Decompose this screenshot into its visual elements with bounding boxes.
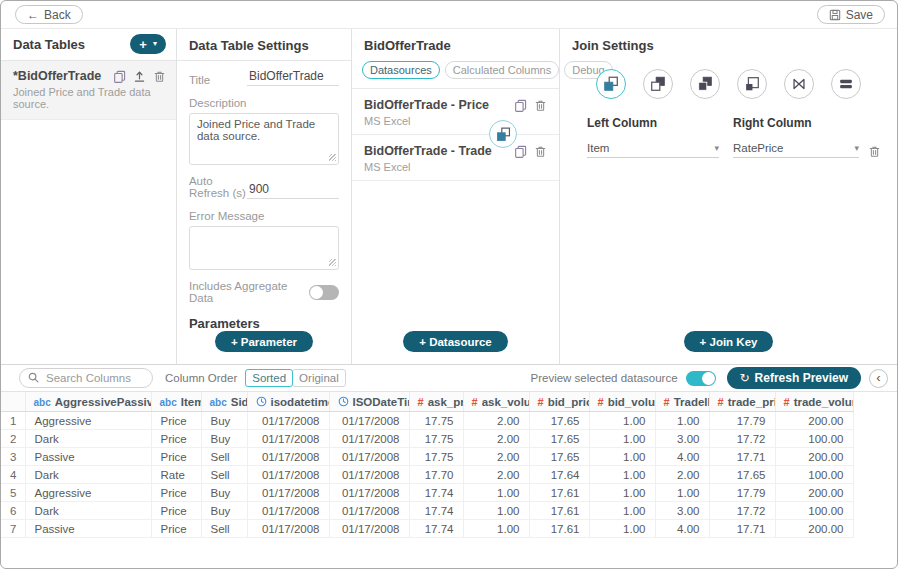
add-data-table-button[interactable]: + ▾ xyxy=(130,34,166,54)
copy-icon[interactable] xyxy=(514,145,527,158)
search-icon xyxy=(28,369,39,387)
title-field[interactable] xyxy=(247,69,339,86)
table-cell: 1.00 xyxy=(589,520,655,538)
toggle-knob xyxy=(310,286,323,299)
table-cell: Dark xyxy=(25,430,151,448)
table-cell: 2.00 xyxy=(463,448,529,466)
search-columns-input[interactable] xyxy=(44,371,144,385)
column-header-label: ISODateTime xyxy=(353,396,410,408)
tab-datasources[interactable]: Datasources xyxy=(362,61,440,79)
back-button[interactable]: ← Back xyxy=(15,5,83,24)
join-datasources-button[interactable] xyxy=(489,120,517,148)
datetime-type-icon xyxy=(256,396,267,408)
column-header: isodatetime xyxy=(247,392,329,412)
refresh-preview-button[interactable]: ↻ Refresh Preview xyxy=(727,367,861,389)
aggregate-data-toggle[interactable] xyxy=(309,285,339,300)
table-cell: 17.61 xyxy=(529,484,589,502)
copy-icon[interactable] xyxy=(514,99,527,112)
table-cell: 01/17/2008 xyxy=(329,520,409,538)
join-right-icon[interactable] xyxy=(643,69,673,99)
save-button-label: Save xyxy=(846,8,873,22)
table-cell: 01/17/2008 xyxy=(247,466,329,484)
datasource-item-type: MS Excel xyxy=(364,161,547,173)
table-cell: Price xyxy=(151,448,201,466)
table-cell: Buy xyxy=(201,430,247,448)
table-cell: 17.79 xyxy=(709,412,775,430)
table-cell: Buy xyxy=(201,484,247,502)
search-columns-box[interactable] xyxy=(19,368,153,388)
table-cell: Price xyxy=(151,502,201,520)
auto-refresh-field[interactable] xyxy=(247,182,339,199)
numeric-type-icon: # xyxy=(784,396,790,408)
add-datasource-button[interactable]: + Datasource xyxy=(403,331,508,352)
error-message-field[interactable] xyxy=(189,226,339,270)
right-column-select[interactable]: RatePrice ▾ xyxy=(733,142,859,158)
table-cell: Aggressive xyxy=(25,484,151,502)
table-row: 6DarkPriceBuy01/17/200801/17/200817.741.… xyxy=(1,502,853,520)
table-cell: Price xyxy=(151,430,201,448)
join-settings-title: Join Settings xyxy=(560,29,897,60)
table-cell: Dark xyxy=(25,502,151,520)
trash-icon[interactable] xyxy=(534,145,547,158)
join-inner-icon[interactable] xyxy=(737,69,767,99)
datasource-divider xyxy=(352,134,559,135)
column-header-label: bid_volume xyxy=(608,396,655,408)
chevron-down-icon: ▾ xyxy=(153,40,157,48)
table-cell: 1.00 xyxy=(463,520,529,538)
auto-refresh-label: Auto Refresh (s) xyxy=(189,175,247,199)
join-union-icon[interactable] xyxy=(831,69,861,99)
join-left-icon[interactable] xyxy=(596,69,626,99)
left-column-value: Item xyxy=(587,142,609,154)
datasource-item-name: BidOfferTrade - Trade xyxy=(364,144,492,158)
join-cross-icon[interactable] xyxy=(784,69,814,99)
table-row: 4DarkRateSell01/17/200801/17/200817.702.… xyxy=(1,466,853,484)
table-cell: 01/17/2008 xyxy=(329,412,409,430)
order-original-button[interactable]: Original xyxy=(292,369,346,387)
join-full-outer-icon[interactable] xyxy=(690,69,720,99)
table-cell: 1.00 xyxy=(589,502,655,520)
column-header: #ask_volume xyxy=(463,392,529,412)
row-number-cell: 2 xyxy=(1,430,25,448)
table-header-row: abcAggressivePassiveDarkabcItemabcSideis… xyxy=(1,392,853,412)
upload-icon[interactable] xyxy=(133,70,146,83)
title-field-label: Title xyxy=(189,74,210,86)
column-header-label: Side xyxy=(231,396,247,408)
add-parameter-button[interactable]: + Parameter xyxy=(215,331,313,352)
datetime-type-icon xyxy=(338,396,349,408)
row-number-cell: 3 xyxy=(1,448,25,466)
trash-icon[interactable] xyxy=(534,99,547,112)
table-cell: 2.00 xyxy=(463,412,529,430)
tab-calculated-columns[interactable]: Calculated Columns xyxy=(445,61,559,79)
table-cell: 17.65 xyxy=(529,412,589,430)
table-row: 3PassivePriceSell01/17/200801/17/200817.… xyxy=(1,448,853,466)
preview-toolbar: Column Order Sorted Original Preview sel… xyxy=(1,365,897,392)
table-cell: 2.00 xyxy=(463,430,529,448)
copy-icon[interactable] xyxy=(113,70,126,83)
column-header-label: bid_price xyxy=(548,396,589,408)
table-cell: 17.65 xyxy=(709,466,775,484)
resize-handle-icon[interactable] xyxy=(329,259,336,266)
table-cell: 4.00 xyxy=(655,448,709,466)
column-header-label: Item xyxy=(181,396,201,408)
description-field[interactable]: Joined Price and Trade data source. xyxy=(189,113,339,165)
numeric-type-icon: # xyxy=(598,396,604,408)
left-column-select[interactable]: Item ▾ xyxy=(587,142,719,158)
resize-handle-icon[interactable] xyxy=(329,154,336,161)
table-cell: Price xyxy=(151,484,201,502)
table-cell: 200.00 xyxy=(775,520,853,538)
save-button[interactable]: Save xyxy=(817,5,885,24)
datasources-panel: BidOfferTrade Datasources Calculated Col… xyxy=(352,29,560,364)
column-header: #trade_price xyxy=(709,392,775,412)
collapse-panel-button[interactable]: ‹ xyxy=(869,369,888,388)
column-header: abcItem xyxy=(151,392,201,412)
trash-icon[interactable] xyxy=(868,145,881,158)
add-join-key-button[interactable]: + Join Key xyxy=(684,331,774,352)
data-table-list-item[interactable]: *BidOfferTrade Joined Price and Trade da… xyxy=(1,61,176,120)
numeric-type-icon: # xyxy=(472,396,478,408)
order-sorted-button[interactable]: Sorted xyxy=(245,369,293,387)
preview-datasource-toggle[interactable] xyxy=(686,371,716,386)
trash-icon[interactable] xyxy=(153,70,166,83)
datasource-list-item[interactable]: BidOfferTrade - Price MS Excel xyxy=(352,89,559,134)
datasource-list-item[interactable]: BidOfferTrade - Trade MS Excel xyxy=(352,135,559,180)
table-cell: 1.00 xyxy=(655,484,709,502)
